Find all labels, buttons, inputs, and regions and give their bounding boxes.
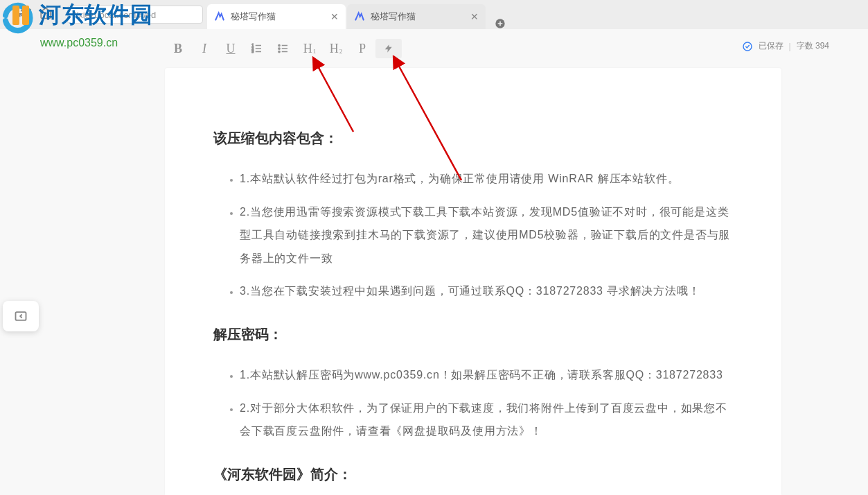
list-item: 1.本站默认软件经过打包为rar格式，为确保正常使用请使用 WinRAR 解压本…	[240, 167, 733, 191]
heading-intro: 《河东软件园》简介：	[213, 465, 733, 484]
status-bar: 已保存 | 字数 394	[742, 40, 830, 52]
unordered-list-button[interactable]	[270, 39, 296, 58]
tab-title: 秘塔写作猫	[231, 10, 325, 23]
url-text: //xiezuocat.com/#/ed	[73, 10, 156, 20]
wordcount: 字数 394	[797, 40, 829, 52]
svg-point-14	[278, 48, 280, 49]
browser-nav: //xiezuocat.com/#/ed	[0, 6, 203, 24]
svg-text:3: 3	[252, 49, 254, 53]
tab-favicon-icon	[214, 11, 225, 22]
sidebar-collapse-button[interactable]	[3, 301, 39, 331]
tab-active[interactable]: 秘塔写作猫 ✕	[207, 4, 346, 29]
close-icon[interactable]: ✕	[330, 11, 339, 22]
tab-inactive[interactable]: 秘塔写作猫 ✕	[347, 4, 486, 29]
reload-icon[interactable]	[19, 7, 31, 22]
underline-button[interactable]: U	[218, 39, 244, 58]
h1-button[interactable]: H1	[296, 39, 323, 58]
h2-button[interactable]: H2	[323, 39, 349, 58]
ordered-list-button[interactable]: 123	[244, 39, 270, 58]
paragraph-button[interactable]: P	[349, 39, 375, 58]
list-item: 2.当您使用迅雷等搜索资源模式下载工具下载本站资源，发现MD5值验证不对时，很可…	[240, 200, 733, 270]
heading-package: 该压缩包内容包含：	[213, 129, 733, 148]
tab-favicon-icon	[354, 11, 365, 22]
url-bar[interactable]: //xiezuocat.com/#/ed	[67, 6, 203, 24]
tabs-area: 秘塔写作猫 ✕ 秘塔写作猫 ✕	[207, 0, 511, 29]
svg-point-16	[743, 42, 752, 51]
list-password: 1.本站默认解压密码为www.pc0359.cn！如果解压密码不正确，请联系客服…	[213, 363, 733, 443]
home-icon[interactable]	[39, 7, 52, 23]
divider: |	[789, 42, 791, 51]
svg-point-13	[278, 44, 280, 46]
document-body[interactable]: 该压缩包内容包含： 1.本站默认软件经过打包为rar格式，为确保正常使用请使用 …	[165, 68, 781, 495]
add-tab-button[interactable]	[490, 18, 511, 29]
bold-button[interactable]: B	[165, 39, 191, 58]
italic-button[interactable]: I	[191, 39, 218, 58]
list-item: 2.对于部分大体积软件，为了保证用户的下载速度，我们将附件上传到了百度云盘中，如…	[240, 397, 733, 443]
heading-password: 解压密码：	[213, 325, 733, 344]
list-item: 3.当您在下载安装过程中如果遇到问题，可通过联系QQ：3187272833 寻求…	[240, 279, 733, 303]
tab-title: 秘塔写作猫	[371, 10, 465, 23]
svg-point-15	[278, 51, 280, 52]
lightning-button[interactable]	[375, 39, 402, 58]
saved-label: 已保存	[759, 40, 783, 52]
list-package: 1.本站默认软件经过打包为rar格式，为确保正常使用请使用 WinRAR 解压本…	[213, 167, 733, 303]
close-icon[interactable]: ✕	[470, 11, 479, 22]
list-item: 1.本站默认解压密码为www.pc0359.cn！如果解压密码不正确，请联系客服…	[240, 363, 733, 387]
browser-chrome: //xiezuocat.com/#/ed 秘塔写作猫 ✕ 秘塔写作猫 ✕	[0, 0, 868, 29]
editor-area: B I U 123 H1 H2 P 已保存 | 字数 394 该压缩包内容包含：…	[0, 29, 868, 495]
collapse-icon	[13, 309, 28, 323]
check-circle-icon	[742, 41, 753, 52]
toolbar: B I U 123 H1 H2 P	[165, 39, 402, 58]
